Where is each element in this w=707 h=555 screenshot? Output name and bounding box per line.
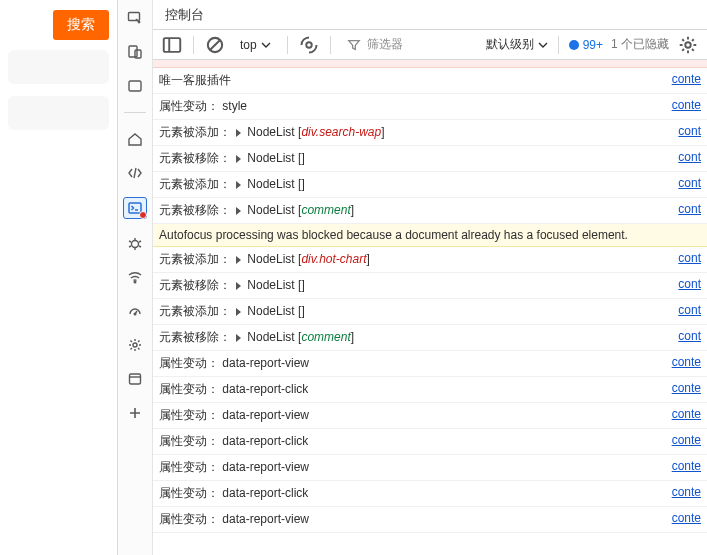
panel-tabbar: 控制台 [153, 0, 707, 30]
console-panel: 控制台 top 筛选器 默认级别 99+ 1 个已隐藏 唯一客服插件conte属… [153, 0, 707, 555]
log-message: 属性变动： data-report-click [159, 433, 664, 450]
source-link[interactable]: cont [670, 277, 701, 291]
log-row: 元素被添加： NodeList []cont [153, 299, 707, 325]
source-link[interactable]: cont [670, 329, 701, 343]
log-message: Autofocus processing was blocked because… [159, 228, 701, 242]
expand-icon[interactable] [236, 129, 241, 137]
devtools-rail [117, 0, 153, 555]
source-link[interactable]: cont [670, 202, 701, 216]
log-row: 属性变动： data-report-viewconte [153, 507, 707, 533]
source-link[interactable]: cont [670, 251, 701, 265]
expand-icon[interactable] [236, 155, 241, 163]
filter-input[interactable]: 筛选器 [341, 34, 478, 55]
console-log-list[interactable]: 唯一客服插件conte属性变动： styleconte元素被添加： NodeLi… [153, 60, 707, 555]
log-row: 属性变动： data-report-clickconte [153, 481, 707, 507]
source-link[interactable]: cont [670, 150, 701, 164]
log-message: 属性变动： style [159, 98, 664, 115]
source-link[interactable]: conte [664, 355, 701, 369]
log-row: Autofocus processing was blocked because… [153, 224, 707, 247]
svg-rect-3 [129, 81, 141, 91]
expand-icon[interactable] [236, 282, 241, 290]
source-link[interactable]: conte [664, 485, 701, 499]
log-row: 属性变动： data-report-clickconte [153, 429, 707, 455]
log-message: 唯一客服插件 [159, 72, 664, 89]
source-link[interactable]: conte [664, 511, 701, 525]
svg-rect-9 [130, 374, 141, 384]
svg-point-7 [134, 313, 136, 315]
log-message: 元素被添加： NodeList [div.search-wap] [159, 124, 670, 141]
application-icon[interactable] [125, 369, 145, 389]
issues-badge[interactable]: 99+ [569, 38, 603, 52]
network-wifi-icon[interactable] [125, 267, 145, 287]
expand-icon[interactable] [236, 334, 241, 342]
nodelist-label: NodeList [247, 252, 298, 266]
log-message: 属性变动： data-report-view [159, 407, 664, 424]
svg-rect-0 [129, 13, 140, 21]
log-row: 属性变动： data-report-viewconte [153, 351, 707, 377]
log-row: 属性变动： data-report-viewconte [153, 455, 707, 481]
source-link[interactable]: cont [670, 176, 701, 190]
log-message: 属性变动： data-report-view [159, 459, 664, 476]
nodelist-label: NodeList [247, 151, 298, 165]
log-row: 元素被移除： NodeList [comment]cont [153, 325, 707, 351]
live-expression-icon[interactable] [298, 34, 320, 56]
info-dot-icon [569, 40, 579, 50]
context-selector[interactable]: top [234, 36, 277, 54]
sidebar-toggle-icon[interactable] [161, 34, 183, 56]
log-row: 属性变动： data-report-viewconte [153, 403, 707, 429]
source-link[interactable]: conte [664, 433, 701, 447]
log-row: 属性变动： styleconte [153, 94, 707, 120]
expand-icon[interactable] [236, 308, 241, 316]
source-link[interactable]: cont [670, 124, 701, 138]
placeholder-block [8, 96, 109, 130]
source-link[interactable]: conte [664, 72, 701, 86]
log-level-selector[interactable]: 默认级别 [486, 36, 548, 53]
source-link[interactable]: conte [664, 381, 701, 395]
log-row: 元素被添加： NodeList []cont [153, 172, 707, 198]
hidden-count: 1 个已隐藏 [611, 36, 669, 53]
bug-icon[interactable] [125, 233, 145, 253]
svg-point-6 [134, 281, 136, 283]
filter-icon [347, 38, 361, 52]
log-message: 元素被移除： NodeList [] [159, 277, 670, 294]
error-dot-icon [139, 211, 147, 219]
elements-icon[interactable] [125, 76, 145, 96]
nodelist-label: NodeList [247, 330, 298, 344]
nodelist-label: NodeList [247, 304, 298, 318]
source-link[interactable]: cont [670, 303, 701, 317]
svg-rect-1 [129, 46, 137, 57]
inspect-element-icon[interactable] [125, 8, 145, 28]
performance-icon[interactable] [125, 301, 145, 321]
log-row: 元素被移除： NodeList []cont [153, 146, 707, 172]
log-message: 元素被移除： NodeList [] [159, 150, 670, 167]
device-toggle-icon[interactable] [125, 42, 145, 62]
expand-icon[interactable] [236, 256, 241, 264]
clear-console-icon[interactable] [204, 34, 226, 56]
context-label: top [240, 38, 257, 52]
code-icon[interactable] [125, 163, 145, 183]
expand-icon[interactable] [236, 181, 241, 189]
log-message: 元素被移除： NodeList [comment] [159, 329, 670, 346]
toolbar-separator [193, 36, 194, 54]
rail-separator [124, 112, 146, 113]
add-panel-icon[interactable] [125, 403, 145, 423]
settings-gear-icon[interactable] [125, 335, 145, 355]
expand-icon[interactable] [236, 207, 241, 215]
nodelist-label: NodeList [247, 177, 298, 191]
search-button[interactable]: 搜索 [53, 10, 109, 40]
log-message: 属性变动： data-report-view [159, 355, 664, 372]
source-link[interactable]: conte [664, 407, 701, 421]
settings-icon[interactable] [677, 34, 699, 56]
svg-point-5 [132, 241, 139, 248]
log-row: 属性变动： data-report-clickconte [153, 377, 707, 403]
console-icon[interactable] [123, 197, 147, 219]
page-content: 搜索 [0, 0, 117, 555]
source-link[interactable]: conte [664, 98, 701, 112]
nodelist-label: NodeList [247, 203, 298, 217]
log-row: 元素被添加： NodeList [div.hot-chart]cont [153, 247, 707, 273]
source-link[interactable]: conte [664, 459, 701, 473]
toolbar-separator [558, 36, 559, 54]
toolbar-separator [287, 36, 288, 54]
nodelist-label: NodeList [247, 278, 298, 292]
home-icon[interactable] [125, 129, 145, 149]
